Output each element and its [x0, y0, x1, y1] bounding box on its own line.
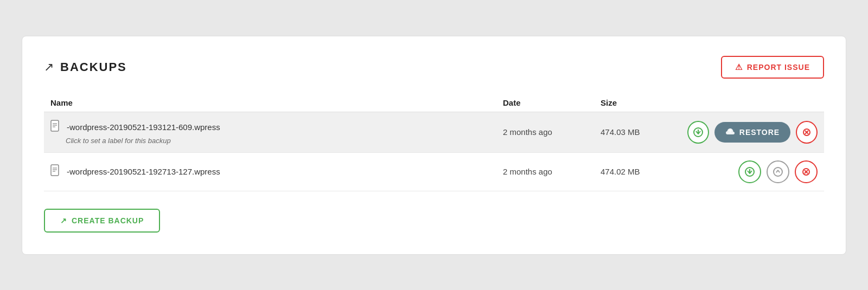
svg-point-16: [774, 167, 782, 176]
download-button-1[interactable]: [687, 121, 709, 144]
delete-button-1[interactable]: [796, 121, 818, 144]
report-issue-label: REPORT ISSUE: [747, 63, 810, 72]
col-header-size: Size: [601, 98, 687, 107]
backups-icon: ↗: [44, 60, 54, 74]
panel-footer: ↗ CREATE BACKUP: [44, 209, 824, 233]
file-icon-2: [50, 164, 61, 179]
upload-button-2[interactable]: [767, 160, 789, 183]
backups-panel: ↗ BACKUPS ⚠ REPORT ISSUE Name Date Size: [22, 36, 846, 255]
size-cell-2: 474.02 MB: [601, 167, 687, 176]
create-backup-icon: ↗: [60, 216, 67, 225]
create-backup-label: CREATE BACKUP: [72, 216, 144, 225]
cloud-upload-icon: [725, 127, 735, 137]
col-header-actions: [687, 98, 818, 107]
page-title: BACKUPS: [60, 60, 127, 74]
table-header: Name Date Size: [44, 94, 824, 112]
date-cell-2: 2 months ago: [503, 167, 601, 176]
restore-label: RESTORE: [739, 128, 780, 137]
table-row: -wordpress-20190521-192713-127.wpress 2 …: [44, 153, 824, 191]
name-cell-1: -wordpress-20190521-193121-609.wpress Cl…: [50, 120, 503, 145]
file-icon-1: [50, 120, 61, 134]
filename-2: -wordpress-20190521-192713-127.wpress: [67, 167, 220, 176]
create-backup-button[interactable]: ↗ CREATE BACKUP: [44, 209, 160, 233]
svg-rect-0: [51, 120, 59, 131]
actions-cell-1: RESTORE: [687, 121, 818, 144]
title-area: ↗ BACKUPS: [44, 60, 127, 74]
report-issue-button[interactable]: ⚠ REPORT ISSUE: [721, 56, 824, 79]
report-icon: ⚠: [735, 62, 743, 72]
download-button-2[interactable]: [738, 160, 761, 183]
col-header-name: Name: [50, 98, 503, 107]
size-cell-1: 474.03 MB: [601, 127, 687, 137]
label-hint-1[interactable]: Click to set a label for this backup: [50, 137, 503, 145]
svg-rect-10: [51, 165, 59, 176]
delete-button-2[interactable]: [795, 160, 818, 183]
panel-header: ↗ BACKUPS ⚠ REPORT ISSUE: [44, 56, 824, 79]
name-cell-2: -wordpress-20190521-192713-127.wpress: [50, 164, 503, 179]
name-row-1: -wordpress-20190521-193121-609.wpress: [50, 120, 503, 134]
table-row: -wordpress-20190521-193121-609.wpress Cl…: [44, 112, 824, 153]
col-header-date: Date: [503, 98, 601, 107]
actions-cell-2: [687, 160, 818, 183]
restore-button-1[interactable]: RESTORE: [714, 122, 790, 143]
filename-1: -wordpress-20190521-193121-609.wpress: [67, 123, 220, 132]
date-cell-1: 2 months ago: [503, 127, 601, 137]
name-row-2: -wordpress-20190521-192713-127.wpress: [50, 164, 503, 179]
